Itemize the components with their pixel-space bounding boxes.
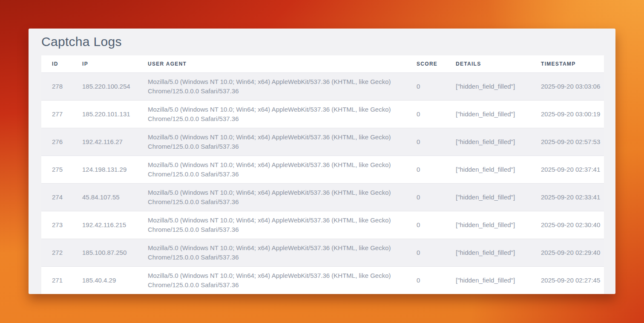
cell-details: ["hidden_field_filled"] <box>445 184 530 211</box>
table-row: 271185.40.4.29Mozilla/5.0 (Windows NT 10… <box>41 267 604 294</box>
cell-ip: 124.198.131.29 <box>72 156 137 184</box>
cell-score: 0 <box>406 184 445 211</box>
captcha-logs-table: ID IP USER AGENT SCORE DETAILS TIMESTAMP… <box>41 55 604 294</box>
cell-score: 0 <box>406 239 445 267</box>
table-row: 277185.220.101.131Mozilla/5.0 (Windows N… <box>41 101 604 128</box>
column-header-details: DETAILS <box>445 55 530 73</box>
cell-ip: 192.42.116.27 <box>72 128 137 156</box>
cell-details: ["hidden_field_filled"] <box>445 211 530 239</box>
cell-ip: 185.220.101.131 <box>72 101 137 128</box>
cell-user-agent: Mozilla/5.0 (Windows NT 10.0; Win64; x64… <box>137 267 406 294</box>
cell-id: 272 <box>41 239 72 267</box>
cell-score: 0 <box>406 211 445 239</box>
cell-score: 0 <box>406 73 445 101</box>
table-body: 278185.220.100.254Mozilla/5.0 (Windows N… <box>41 73 604 294</box>
table-row: 276192.42.116.27Mozilla/5.0 (Windows NT … <box>41 128 604 156</box>
page-title: Captcha Logs <box>41 35 122 49</box>
cell-details: ["hidden_field_filled"] <box>445 239 530 267</box>
cell-user-agent: Mozilla/5.0 (Windows NT 10.0; Win64; x64… <box>137 211 406 239</box>
captcha-logs-card: Captcha Logs ID IP USER AGENT SCORE DETA… <box>29 29 615 294</box>
cell-ip: 45.84.107.55 <box>72 184 137 211</box>
table-row: 273192.42.116.215Mozilla/5.0 (Windows NT… <box>41 211 604 239</box>
cell-ip: 185.100.87.250 <box>72 239 137 267</box>
cell-id: 274 <box>41 184 72 211</box>
table-row: 27445.84.107.55Mozilla/5.0 (Windows NT 1… <box>41 184 604 211</box>
cell-user-agent: Mozilla/5.0 (Windows NT 10.0; Win64; x64… <box>137 156 406 184</box>
cell-details: ["hidden_field_filled"] <box>445 267 530 294</box>
cell-ip: 185.40.4.29 <box>72 267 137 294</box>
cell-details: ["hidden_field_filled"] <box>445 73 530 101</box>
table-header-row: ID IP USER AGENT SCORE DETAILS TIMESTAMP <box>41 55 604 73</box>
cell-score: 0 <box>406 101 445 128</box>
cell-timestamp: 2025-09-20 02:27:45 <box>530 267 604 294</box>
cell-id: 271 <box>41 267 72 294</box>
cell-timestamp: 2025-09-20 02:33:41 <box>530 184 604 211</box>
page-background: { "page": { "title": "Captcha Logs" }, "… <box>0 0 644 323</box>
cell-id: 278 <box>41 73 72 101</box>
cell-timestamp: 2025-09-20 03:00:19 <box>530 101 604 128</box>
column-header-ip: IP <box>72 55 137 73</box>
table-row: 275124.198.131.29Mozilla/5.0 (Windows NT… <box>41 156 604 184</box>
cell-ip: 192.42.116.215 <box>72 211 137 239</box>
cell-score: 0 <box>406 128 445 156</box>
cell-user-agent: Mozilla/5.0 (Windows NT 10.0; Win64; x64… <box>137 128 406 156</box>
column-header-score: SCORE <box>406 55 445 73</box>
cell-user-agent: Mozilla/5.0 (Windows NT 10.0; Win64; x64… <box>137 239 406 267</box>
cell-id: 277 <box>41 101 72 128</box>
cell-details: ["hidden_field_filled"] <box>445 128 530 156</box>
cell-id: 276 <box>41 128 72 156</box>
cell-details: ["hidden_field_filled"] <box>445 156 530 184</box>
column-header-timestamp: TIMESTAMP <box>530 55 604 73</box>
cell-timestamp: 2025-09-20 02:37:41 <box>530 156 604 184</box>
cell-timestamp: 2025-09-20 02:57:53 <box>530 128 604 156</box>
cell-id: 275 <box>41 156 72 184</box>
cell-ip: 185.220.100.254 <box>72 73 137 101</box>
cell-score: 0 <box>406 156 445 184</box>
cell-user-agent: Mozilla/5.0 (Windows NT 10.0; Win64; x64… <box>137 184 406 211</box>
column-header-id: ID <box>41 55 72 73</box>
column-header-user-agent: USER AGENT <box>137 55 406 73</box>
cell-id: 273 <box>41 211 72 239</box>
cell-score: 0 <box>406 267 445 294</box>
cell-timestamp: 2025-09-20 02:29:40 <box>530 239 604 267</box>
table-row: 272185.100.87.250Mozilla/5.0 (Windows NT… <box>41 239 604 267</box>
cell-timestamp: 2025-09-20 02:30:40 <box>530 211 604 239</box>
cell-user-agent: Mozilla/5.0 (Windows NT 10.0; Win64; x64… <box>137 73 406 101</box>
cell-timestamp: 2025-09-20 03:03:06 <box>530 73 604 101</box>
cell-user-agent: Mozilla/5.0 (Windows NT 10.0; Win64; x64… <box>137 101 406 128</box>
table-row: 278185.220.100.254Mozilla/5.0 (Windows N… <box>41 73 604 101</box>
cell-details: ["hidden_field_filled"] <box>445 101 530 128</box>
